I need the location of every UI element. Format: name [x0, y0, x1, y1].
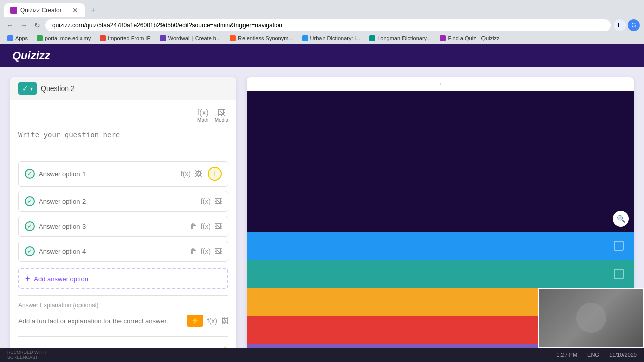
explanation-text-input[interactable]: [18, 317, 183, 325]
quizizz-header: Quizizz: [0, 44, 644, 67]
media-label: Media: [215, 117, 228, 123]
add-answer-label: Add answer option: [34, 275, 88, 283]
bookmark-urban[interactable]: Urban Dictionary: i...: [299, 34, 364, 42]
media-button[interactable]: 🖼 Media: [215, 108, 228, 123]
question-editor: ✓ ▾ Question 2 f(x) Math 🖼 Media: [10, 77, 236, 362]
answer-options-list: ✓ f(x) 🖼 I ✓: [18, 161, 228, 262]
delete-option-3[interactable]: 🗑: [190, 222, 197, 230]
math-button[interactable]: f(x) Math: [197, 108, 209, 123]
refresh-button[interactable]: ↻: [32, 19, 42, 31]
math-label: Math: [197, 117, 208, 123]
portal-favicon: [37, 35, 43, 41]
bookmark-wordwall-label: Wordwall | Create b...: [168, 35, 221, 41]
zoom-button[interactable]: 🔍: [613, 211, 629, 227]
option-text-2[interactable]: [39, 198, 197, 205]
bookmark-apps[interactable]: Apps: [4, 34, 31, 42]
add-answer-button[interactable]: + Add answer option: [18, 268, 228, 289]
preview-answer-1: [247, 232, 634, 260]
urban-favicon: [302, 35, 308, 41]
explanation-section: Answer Explanation (optional) ⚡ f(x) 🖼: [18, 302, 228, 330]
option-actions-3: 🗑 f(x) 🖼: [190, 222, 222, 230]
option-text-3[interactable]: [39, 223, 186, 230]
longman-favicon: [369, 35, 375, 41]
math-option-2[interactable]: f(x): [201, 197, 211, 205]
bookmark-portal-label: portal.moe.edu.my: [45, 35, 91, 41]
bookmark-longman[interactable]: Longman Dictionary...: [366, 34, 434, 42]
extensions-icon[interactable]: E: [614, 19, 626, 31]
question-type-button[interactable]: ✓ ▾: [18, 82, 37, 95]
bookmark-relentless[interactable]: Relentless Synonym...: [227, 34, 296, 42]
divider-2: [18, 336, 228, 337]
option-text-4[interactable]: [39, 248, 186, 255]
option-check-3[interactable]: ✓: [25, 221, 35, 231]
taskbar: RECORDED WITHSCREENCAST 1:27 PM ENG 11/1…: [0, 348, 644, 362]
address-bar-row: ← → ↻ E G: [0, 17, 644, 33]
image-option-2[interactable]: 🖼: [215, 197, 222, 205]
image-explanation[interactable]: 🖼: [221, 317, 228, 325]
image-option-4[interactable]: 🖼: [215, 247, 222, 255]
browser-chrome: Quizizz Creator ✕ + ← → ↻ E G Apps porta…: [0, 0, 644, 44]
apps-favicon: [7, 35, 13, 41]
checkmark-icon: ✓: [22, 84, 28, 93]
math-explanation[interactable]: f(x): [207, 317, 217, 325]
option-actions-1: f(x) 🖼 I: [181, 167, 222, 181]
math-option-1[interactable]: f(x): [181, 170, 191, 178]
bookmark-quizizz-label: Find a Quiz - Quizizz: [448, 35, 499, 41]
option-check-2[interactable]: ✓: [25, 196, 35, 206]
bookmark-quizizz[interactable]: Find a Quiz - Quizizz: [437, 34, 502, 42]
lightning-button[interactable]: ⚡: [187, 315, 203, 327]
relentless-favicon: [230, 35, 236, 41]
math-icon: f(x): [197, 108, 209, 117]
webcam-overlay: [538, 288, 644, 348]
question-text-input[interactable]: [18, 127, 228, 151]
quizizz-favicon: [440, 35, 446, 41]
wordwall-favicon: [160, 35, 166, 41]
question-number: Question 2: [41, 84, 75, 93]
address-bar[interactable]: [45, 19, 611, 31]
question-body: f(x) Math 🖼 Media ✓: [10, 100, 236, 362]
back-button[interactable]: ←: [4, 19, 15, 31]
option-check-4[interactable]: ✓: [25, 246, 35, 256]
quizizz-logo: Quizizz: [12, 49, 50, 62]
answer-option-3[interactable]: ✓ 🗑 f(x) 🖼: [18, 216, 228, 237]
answer-option-4[interactable]: ✓ 🗑 f(x) 🖼: [18, 241, 228, 262]
taskbar-date: 11/10/2020: [606, 351, 640, 359]
bookmark-portal[interactable]: portal.moe.edu.my: [34, 34, 94, 42]
bookmark-wordwall[interactable]: Wordwall | Create b...: [157, 34, 224, 42]
bookmark-longman-label: Longman Dictionary...: [377, 35, 431, 41]
delete-option-4[interactable]: 🗑: [190, 247, 197, 255]
title-bar: Quizizz Creator ✕ +: [0, 0, 644, 17]
bookmark-ie[interactable]: Imported From IE: [97, 34, 154, 42]
new-tab-button[interactable]: +: [87, 4, 99, 17]
math-option-3[interactable]: f(x): [201, 222, 211, 230]
cursor-indicator: I: [214, 170, 215, 177]
option-text-1[interactable]: [39, 170, 177, 178]
preview-check-1[interactable]: [614, 241, 624, 251]
forward-button[interactable]: →: [18, 19, 29, 31]
explanation-label: Answer Explanation (optional): [18, 302, 228, 309]
browser-icons: E G: [614, 19, 640, 31]
profile-icon[interactable]: G: [628, 19, 640, 31]
image-option-3[interactable]: 🖼: [215, 222, 222, 230]
tab-close-button[interactable]: ✕: [72, 6, 78, 14]
bookmark-urban-label: Urban Dictionary: i...: [310, 35, 361, 41]
taskbar-time: 1:27 PM: [553, 351, 580, 359]
browser-tab[interactable]: Quizizz Creator ✕: [4, 3, 85, 17]
media-icon: 🖼: [217, 108, 225, 117]
answer-option-1[interactable]: ✓ f(x) 🖼 I: [18, 161, 228, 187]
option-check-1[interactable]: ✓: [25, 169, 35, 179]
preview-check-2[interactable]: [614, 269, 624, 279]
explanation-input-row: ⚡ f(x) 🖼: [18, 312, 228, 330]
math-option-4[interactable]: f(x): [201, 247, 211, 255]
bookmarks-bar: Apps portal.moe.edu.my Imported From IE …: [0, 33, 644, 44]
url-input[interactable]: [52, 22, 604, 29]
screencast-label: RECORDED WITHSCREENCAST: [4, 349, 49, 361]
option-actions-2: f(x) 🖼: [201, 197, 222, 205]
answer-option-2[interactable]: ✓ f(x) 🖼: [18, 191, 228, 212]
preview-answer-2: [247, 260, 634, 288]
preview-question-area: 🔍: [247, 91, 634, 232]
plus-icon: +: [25, 274, 30, 283]
option-actions-4: 🗑 f(x) 🖼: [190, 247, 222, 255]
divider-1: [18, 295, 228, 296]
image-option-1[interactable]: 🖼: [195, 170, 202, 178]
